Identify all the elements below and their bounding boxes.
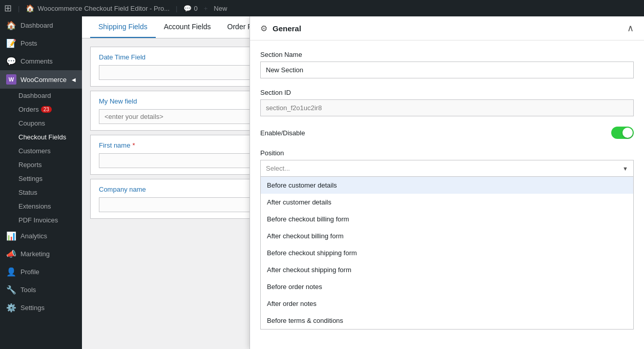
tab-account-fields[interactable]: Account Fields	[156, 16, 219, 38]
panel-body: Section Name Section ID Enable/Disable	[250, 40, 644, 349]
panel-collapse-button[interactable]: ∧	[627, 23, 634, 34]
right-panel: ⚙ General ∧ Section Name Section ID	[250, 16, 644, 349]
sidebar-item-pdf-invoices[interactable]: PDF Invoices	[0, 213, 82, 227]
field-input-first-name[interactable]	[99, 153, 253, 168]
site-title[interactable]: 🏠 Woocommerce Checkout Field Editor - Pr…	[26, 4, 170, 12]
sidebar-item-comments[interactable]: 💬 Comments	[0, 52, 82, 70]
dropdown-item-before-customer-details[interactable]: Before customer details	[261, 177, 633, 194]
comment-icon: 💬	[183, 5, 192, 12]
position-placeholder: Select...	[266, 165, 290, 172]
field-input-date-time[interactable]	[99, 65, 253, 80]
profile-icon: 👤	[6, 267, 16, 277]
sidebar-item-tools[interactable]: 🔧 Tools	[0, 281, 82, 299]
marketing-icon: 📣	[6, 249, 16, 259]
panel-header: ⚙ General ∧	[250, 16, 644, 40]
tab-shipping-fields[interactable]: Shipping Fields	[90, 16, 156, 38]
enable-disable-toggle[interactable]	[611, 127, 634, 139]
settings-icon: ⚙️	[6, 303, 16, 313]
sidebar-item-coupons[interactable]: Coupons	[0, 116, 82, 130]
chevron-down-icon: ▼	[622, 166, 628, 172]
section-name-group: Section Name	[260, 51, 634, 78]
toggle-slider	[611, 127, 634, 139]
posts-icon: 📝	[6, 38, 16, 48]
dropdown-item-after-checkout-billing[interactable]: After checkout billing form	[261, 228, 633, 244]
content-area: Shipping Fields Account Fields Order Fie…	[82, 16, 644, 349]
dropdown-item-after-order-notes[interactable]: After order notes	[261, 295, 633, 312]
sidebar-item-reports[interactable]: Reports	[0, 158, 82, 172]
house-icon: 🏠	[26, 4, 34, 12]
new-link[interactable]: New	[214, 5, 227, 12]
dropdown-item-before-order-notes[interactable]: Before order notes	[261, 278, 633, 295]
woo-icon: W	[6, 74, 16, 85]
position-group: Position Select... ▼ Before customer det…	[260, 149, 634, 177]
section-id-input[interactable]	[260, 99, 634, 116]
required-indicator: *	[132, 141, 135, 149]
dropdown-item-before-terms-conditions[interactable]: Before terms & conditions	[261, 312, 633, 329]
chevron-icon: ◀	[72, 77, 76, 83]
sidebar-item-posts[interactable]: 📝 Posts	[0, 34, 82, 52]
orders-badge: 23	[41, 106, 52, 113]
comments-icon: 💬	[6, 56, 16, 66]
sidebar-item-customers[interactable]: Customers	[0, 144, 82, 158]
tools-icon: 🔧	[6, 285, 16, 295]
section-name-label: Section Name	[260, 51, 634, 58]
sidebar-item-checkout-fields[interactable]: Checkout Fields	[0, 130, 82, 144]
wp-logo-icon[interactable]: ⊞	[4, 3, 12, 14]
section-id-label: Section ID	[260, 89, 634, 96]
sidebar-item-woo-dashboard[interactable]: Dashboard	[0, 89, 82, 102]
dropdown-item-after-checkout-shipping[interactable]: After checkout shipping form	[261, 261, 633, 278]
panel-title: General	[273, 24, 301, 33]
position-select[interactable]: Select... ▼	[260, 160, 634, 177]
sidebar-item-status[interactable]: Status	[0, 186, 82, 199]
enable-disable-row: Enable/Disable	[260, 127, 634, 139]
comments-link[interactable]: 💬 0	[183, 5, 197, 12]
position-select-container: Select... ▼ Before customer details Afte…	[260, 160, 634, 177]
position-dropdown: Before customer details After customer d…	[260, 177, 634, 330]
dashboard-icon: 🏠	[6, 20, 16, 30]
sidebar-item-settings[interactable]: ⚙️ Settings	[0, 299, 82, 317]
analytics-icon: 📊	[6, 231, 16, 241]
panel-header-left: ⚙ General	[260, 24, 301, 33]
sidebar: 🏠 Dashboard 📝 Posts 💬 Comments W WooComm…	[0, 16, 82, 349]
gear-icon: ⚙	[260, 24, 267, 33]
section-id-group: Section ID	[260, 89, 634, 116]
sidebar-item-orders[interactable]: Orders 23	[0, 102, 82, 116]
sidebar-item-extensions[interactable]: Extensions	[0, 199, 82, 213]
section-name-input[interactable]	[260, 61, 634, 78]
sidebar-item-marketing[interactable]: 📣 Marketing	[0, 245, 82, 263]
sidebar-item-woo-settings[interactable]: Settings	[0, 172, 82, 186]
position-label: Position	[260, 149, 634, 157]
dropdown-item-before-checkout-billing[interactable]: Before checkout billing form	[261, 211, 633, 228]
admin-bar: ⊞ | 🏠 Woocommerce Checkout Field Editor …	[0, 0, 644, 16]
sidebar-item-profile[interactable]: 👤 Profile	[0, 263, 82, 281]
woocommerce-menu[interactable]: W WooCommerce ◀	[0, 70, 82, 89]
dropdown-item-before-checkout-shipping[interactable]: Before checkout shipping form	[261, 244, 633, 261]
sidebar-item-dashboard[interactable]: 🏠 Dashboard	[0, 16, 82, 34]
field-input-my-new-field[interactable]	[99, 109, 253, 124]
field-input-company-name[interactable]	[99, 197, 253, 212]
enable-disable-label: Enable/Disable	[260, 129, 305, 137]
sidebar-item-analytics[interactable]: 📊 Analytics	[0, 227, 82, 245]
dropdown-item-after-customer-details[interactable]: After customer details	[261, 194, 633, 211]
